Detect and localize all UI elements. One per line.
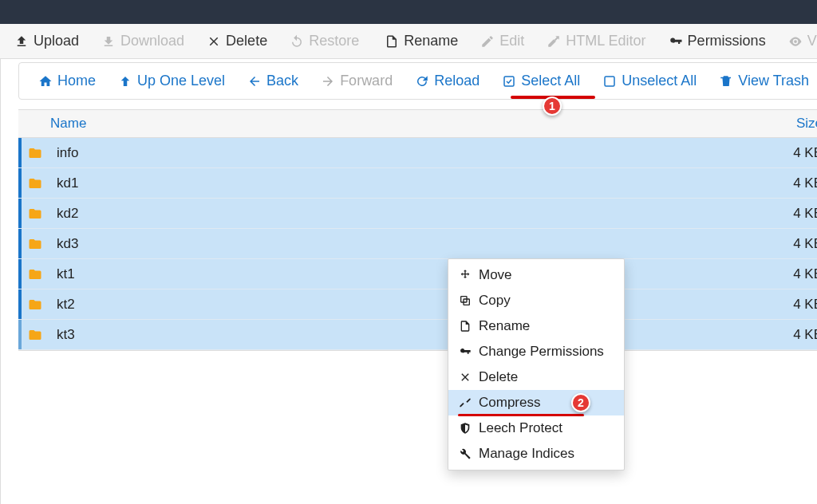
checkbox-checked-icon xyxy=(502,74,516,89)
row-size: 4 KB xyxy=(775,266,817,282)
selection-accent xyxy=(18,229,22,258)
table-row[interactable]: kd14 KB xyxy=(18,168,817,199)
ctx-copy[interactable]: Copy xyxy=(448,288,624,313)
permissions-label: Permissions xyxy=(688,33,766,49)
file-icon xyxy=(458,319,472,333)
selection-accent xyxy=(18,138,22,167)
ctx-rename[interactable]: Rename xyxy=(448,313,624,339)
back-label: Back xyxy=(266,73,298,89)
reload-label: Reload xyxy=(434,73,480,89)
x-icon xyxy=(207,34,221,49)
row-name: kt2 xyxy=(57,297,775,313)
trash-icon xyxy=(719,74,733,89)
ctx-compress[interactable]: Compress 2 xyxy=(448,390,624,415)
rename-label: Rename xyxy=(404,33,458,49)
table-header: Name Size xyxy=(18,110,817,138)
table-row[interactable]: kd24 KB xyxy=(18,199,817,229)
file-icon xyxy=(385,34,399,49)
reload-button[interactable]: Reload xyxy=(404,69,491,93)
rename-button[interactable]: Rename xyxy=(373,28,469,54)
window-titlebar xyxy=(0,0,817,24)
row-size: 4 KB xyxy=(775,236,817,252)
key-icon xyxy=(458,345,472,359)
row-size: 4 KB xyxy=(775,327,817,343)
ctx-change-permissions[interactable]: Change Permissions xyxy=(448,339,624,364)
restore-label: Restore xyxy=(309,33,359,49)
folder-icon xyxy=(26,297,44,312)
unselect-all-label: Unselect All xyxy=(622,73,697,89)
table-row[interactable]: kt34 KB xyxy=(18,320,817,350)
pencil-icon xyxy=(480,34,495,49)
main-toolbar: Upload Download Delete Restore Rename Ed… xyxy=(0,24,817,59)
edit-button[interactable]: Edit xyxy=(469,28,535,54)
download-icon xyxy=(101,34,116,49)
forward-button[interactable]: Forward xyxy=(310,69,404,93)
table-row[interactable]: kt24 KB xyxy=(18,289,817,320)
eye-icon xyxy=(788,34,803,49)
folder-icon xyxy=(26,176,44,191)
view-button[interactable]: Vi xyxy=(777,28,817,54)
ctx-move[interactable]: Move xyxy=(448,262,624,288)
upload-icon xyxy=(14,34,29,49)
column-header-size[interactable]: Size xyxy=(775,116,817,132)
up-one-level-button[interactable]: Up One Level xyxy=(107,69,236,93)
restore-button[interactable]: Restore xyxy=(278,28,370,54)
copy-icon xyxy=(458,293,472,308)
row-size: 4 KB xyxy=(775,145,817,161)
up-one-label: Up One Level xyxy=(137,73,225,89)
permissions-button[interactable]: Permissions xyxy=(657,28,777,54)
ctx-delete-label: Delete xyxy=(479,369,518,385)
delete-button[interactable]: Delete xyxy=(195,28,278,54)
html-editor-label: HTML Editor xyxy=(566,33,645,49)
x-icon xyxy=(458,370,472,384)
download-button[interactable]: Download xyxy=(90,28,195,54)
upload-label: Upload xyxy=(34,33,79,49)
ctx-compress-label: Compress xyxy=(479,395,540,411)
download-label: Download xyxy=(120,33,184,49)
home-label: Home xyxy=(57,73,96,89)
row-name: kt3 xyxy=(57,327,775,343)
row-name: info xyxy=(57,145,775,161)
view-label: Vi xyxy=(807,33,817,49)
select-all-button[interactable]: Select All xyxy=(491,69,591,93)
delete-label: Delete xyxy=(226,33,267,49)
row-name: kd1 xyxy=(57,175,775,191)
selection-accent xyxy=(18,289,22,319)
ctx-manage-indices[interactable]: Manage Indices xyxy=(448,441,624,467)
wrench-icon xyxy=(458,447,472,461)
shield-icon xyxy=(458,421,472,435)
file-table: Name Size info4 KBkd14 KBkd24 KBkd34 KBk… xyxy=(18,109,817,351)
edit-label: Edit xyxy=(499,33,524,49)
column-header-name[interactable]: Name xyxy=(18,116,775,132)
folder-icon xyxy=(26,146,44,160)
upload-button[interactable]: Upload xyxy=(3,28,90,54)
row-name: kd3 xyxy=(57,236,775,252)
home-button[interactable]: Home xyxy=(27,69,107,93)
table-row[interactable]: kd34 KB xyxy=(18,229,817,259)
selection-accent xyxy=(18,168,22,198)
ctx-leech-protect[interactable]: Leech Protect xyxy=(448,415,624,441)
checkbox-empty-icon xyxy=(602,74,617,89)
ctx-delete[interactable]: Delete xyxy=(448,364,624,390)
left-arrow-icon xyxy=(247,74,262,89)
table-row[interactable]: kt14 KB xyxy=(18,259,817,289)
row-name: kd2 xyxy=(57,206,775,222)
view-trash-label: View Trash xyxy=(738,73,809,89)
selection-accent xyxy=(18,259,22,289)
row-name: kt1 xyxy=(57,266,775,282)
html-editor-button[interactable]: HTML Editor xyxy=(535,28,657,54)
annotation-badge-2: 2 xyxy=(571,393,590,412)
right-arrow-icon xyxy=(321,74,335,89)
back-button[interactable]: Back xyxy=(236,69,310,93)
reload-icon xyxy=(415,74,429,89)
html-editor-icon xyxy=(547,34,561,49)
folder-icon xyxy=(26,267,44,282)
main-area: Home Up One Level Back Forward Reload Se… xyxy=(0,59,817,504)
unselect-all-button[interactable]: Unselect All xyxy=(591,69,708,93)
up-arrow-icon xyxy=(118,74,132,89)
table-row[interactable]: info4 KB xyxy=(18,138,817,168)
selection-accent xyxy=(18,199,22,228)
view-trash-button[interactable]: View Trash xyxy=(708,69,817,93)
forward-label: Forward xyxy=(340,73,393,89)
key-icon xyxy=(669,34,683,49)
